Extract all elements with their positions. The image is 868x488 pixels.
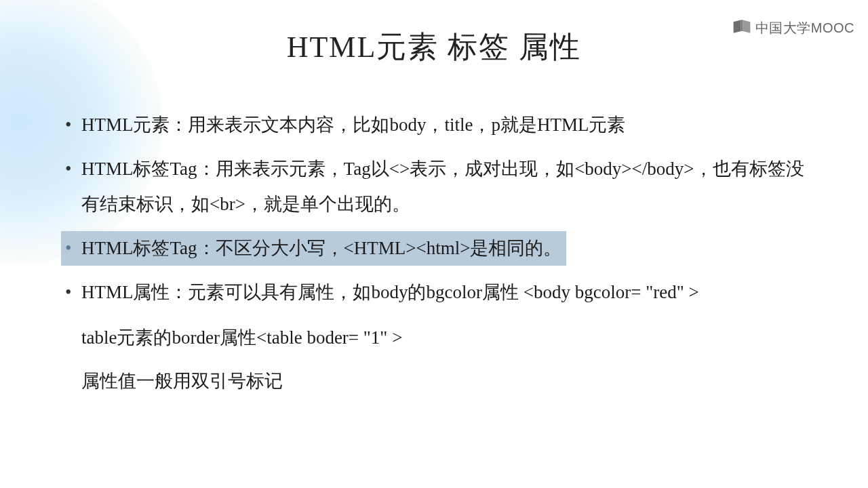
continuation-line: 属性值一般用双引号标记	[81, 363, 807, 399]
slide-content: HTML元素 标签 属性 HTML元素：用来表示文本内容，比如body，titl…	[0, 0, 868, 488]
book-icon	[732, 19, 751, 37]
watermark-text: 中国大学MOOC	[755, 19, 854, 37]
bullet-item-highlighted: HTML标签Tag：不区分大小写，<HTML><html>是相同的。	[61, 231, 566, 266]
slide-title: HTML元素 标签 属性	[61, 27, 807, 67]
bullet-list: HTML元素：用来表示文本内容，比如body，title，p就是HTML元素 H…	[61, 108, 807, 310]
continuation-line: table元素的border属性<table boder= "1" >	[81, 319, 807, 356]
mooc-watermark: 中国大学MOOC	[732, 19, 854, 37]
bullet-item: HTML元素：用来表示文本内容，比如body，title，p就是HTML元素	[61, 108, 807, 142]
continuation-block: table元素的border属性<table boder= "1" > 属性值一…	[61, 319, 807, 399]
bullet-item: HTML属性：元素可以具有属性，如body的bgcolor属性 <body bg…	[61, 275, 807, 310]
bullet-item: HTML标签Tag：用来表示元素，Tag以<>表示，成对出现，如<body></…	[61, 152, 807, 222]
